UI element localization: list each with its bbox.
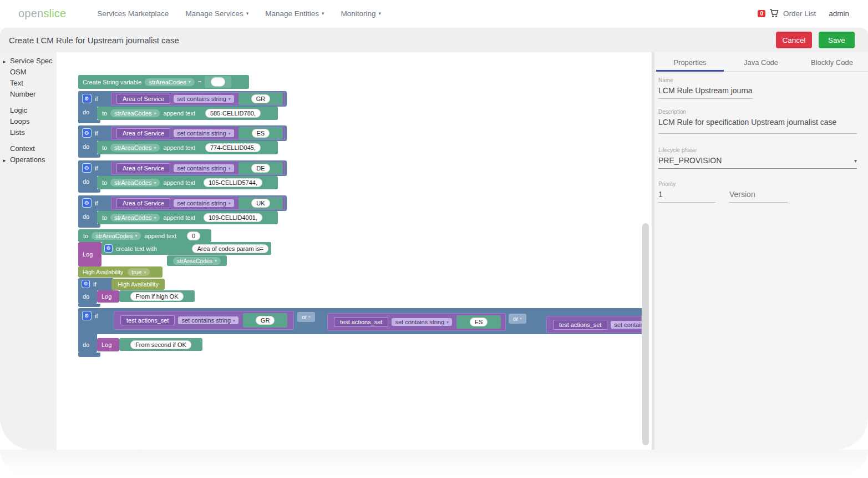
operator-dropdown[interactable]: set contains string▾ <box>174 164 234 172</box>
variable-dropdown[interactable]: strAreaCodes▾ <box>110 179 160 187</box>
variable-dropdown[interactable]: strAreaCodes▾ <box>110 214 160 222</box>
condition-block[interactable]: Area of Service set contains string▾ ES <box>111 127 285 140</box>
value-field[interactable]: UK <box>252 199 269 207</box>
toolbox-item-loops[interactable]: Loops <box>0 116 57 127</box>
variable-dropdown[interactable]: strAreaCodes▾ <box>173 257 221 265</box>
condition-block-1[interactable]: test actions_set set contains string▾ GR <box>114 311 294 330</box>
text-field-empty[interactable] <box>211 78 225 86</box>
log-block[interactable]: Log <box>78 242 101 266</box>
append-text-block[interactable]: to strAreaCodes▾ append text 585-CELLID7… <box>97 107 278 120</box>
block-if-append-gr[interactable]: ⚙ if Area of Service set contains string… <box>78 91 311 124</box>
variable-block[interactable]: strAreaCodes▾ <box>167 255 227 266</box>
block-append-zero[interactable]: to strAreaCodes▾ append text 0 <box>78 229 211 242</box>
value-field[interactable]: GR <box>256 316 275 324</box>
nav-monitoring[interactable]: Monitoring▾ <box>341 9 382 18</box>
nav-manage-entities[interactable]: Manage Entities▾ <box>265 9 324 18</box>
variable-dropdown[interactable]: strAreaCodes▾ <box>145 78 194 86</box>
text-field[interactable]: From if high OK <box>131 293 182 300</box>
condition-block[interactable]: Area of Service set contains string▾ DE <box>111 162 285 175</box>
block-create-string-variable[interactable]: Create String variable strAreaCodes▾ = <box>78 75 249 89</box>
gear-icon[interactable]: ⚙ <box>83 94 91 103</box>
openslice-logo[interactable]: openslice <box>18 7 66 20</box>
condition-block[interactable]: High Availability <box>111 279 165 290</box>
text-field[interactable]: 109-CELLID4001, <box>204 214 262 222</box>
gear-icon[interactable]: ⚙ <box>105 245 112 252</box>
value-field[interactable]: GR <box>252 95 270 103</box>
condition-block[interactable]: Area of Service set contains string▾ UK <box>111 197 285 210</box>
append-text-block[interactable]: to strAreaCodes▾ append text 774-CELLID0… <box>97 141 278 154</box>
variable-dropdown[interactable]: strAreaCodes▾ <box>110 144 160 152</box>
version-input[interactable] <box>729 189 788 203</box>
cart-icon[interactable] <box>769 9 779 18</box>
variable-dropdown[interactable]: strAreaCodes▾ <box>92 232 141 240</box>
tab-blockly-code[interactable]: Blockly Code <box>796 55 867 71</box>
gear-icon[interactable]: ⚙ <box>83 311 91 320</box>
operator-dropdown[interactable]: set contains string▾ <box>174 95 234 103</box>
boolean-dropdown[interactable]: true▾ <box>128 268 150 276</box>
condition-block[interactable]: Area of Service set contains string▾ GR <box>111 92 285 105</box>
block-high-availability-set[interactable]: High Availability true▾ <box>78 266 163 278</box>
toolbox-item-osm[interactable]: OSM <box>0 67 57 78</box>
create-text-block[interactable]: ⚙ create text with Area of codes param i… <box>101 242 271 255</box>
variable-dropdown[interactable]: strAreaCodes▾ <box>110 109 160 117</box>
block-log-create-text[interactable]: Log ⚙ create text with Area of codes par… <box>78 242 272 266</box>
tab-java-code[interactable]: Java Code <box>725 55 796 71</box>
gear-icon[interactable]: ⚙ <box>83 129 91 137</box>
text-field[interactable]: 774-CELLID045, <box>206 144 260 152</box>
gear-icon[interactable]: ⚙ <box>83 164 91 172</box>
block-if-high-availability[interactable]: ⚙ if High Availability do Log From if hi… <box>78 278 222 308</box>
text-field[interactable]: 585-CELLID780, <box>206 109 260 117</box>
nav-manage-services[interactable]: Manage Services▾ <box>185 9 248 18</box>
toolbox-item-service-spec[interactable]: ►Service Spec <box>0 56 57 67</box>
log-text-block[interactable]: From second if OK <box>119 338 202 351</box>
gear-icon[interactable]: ⚙ <box>82 280 89 288</box>
operator-dropdown[interactable]: set contains <box>611 321 642 329</box>
block-if-append-uk[interactable]: ⚙ if Area of Service set contains string… <box>78 195 311 228</box>
text-field[interactable]: 0 <box>187 232 200 240</box>
toolbox-item-lists[interactable]: Lists <box>0 127 57 138</box>
or-dropdown[interactable]: or▾ <box>297 312 315 322</box>
save-button[interactable]: Save <box>819 32 855 48</box>
nav-services-marketplace[interactable]: Services Marketplace <box>97 9 169 18</box>
description-input[interactable] <box>658 117 857 134</box>
log-keyword: Log <box>78 251 93 258</box>
value-field[interactable]: ES <box>470 318 488 326</box>
text-field[interactable]: 105-CELLID5744, <box>204 179 262 187</box>
gear-icon[interactable]: ⚙ <box>83 199 91 207</box>
value-field[interactable]: DE <box>252 164 269 172</box>
log-block[interactable]: Log <box>97 290 119 303</box>
admin-user-menu[interactable]: admin <box>829 9 849 18</box>
name-input[interactable] <box>658 85 753 99</box>
blockly-workspace[interactable]: Create String variable strAreaCodes▾ = ⚙… <box>57 52 652 450</box>
or-dropdown[interactable]: or▾ <box>509 314 526 324</box>
condition-block-3-clipped[interactable]: test actions_set set contains <box>546 316 642 333</box>
block-if-append-de[interactable]: ⚙ if Area of Service set contains string… <box>78 160 311 193</box>
toolbox-item-number[interactable]: Number <box>0 89 57 100</box>
to-keyword: to <box>102 144 107 151</box>
text-field[interactable]: From second if OK <box>131 341 191 349</box>
toolbox-item-logic[interactable]: Logic <box>0 105 57 116</box>
toolbox-item-context[interactable]: Context <box>0 143 57 154</box>
value-socket: DE <box>238 162 283 174</box>
operator-dropdown[interactable]: set contains string▾ <box>174 129 234 137</box>
block-if-append-es[interactable]: ⚙ if Area of Service set contains string… <box>78 125 311 158</box>
order-list-link[interactable]: Order List <box>783 9 816 18</box>
toolbox-item-text[interactable]: Text <box>0 78 57 89</box>
lifecycle-select[interactable]: PRE_PROVISION ▾ <box>658 155 857 169</box>
operator-dropdown[interactable]: set contains string▾ <box>178 316 238 324</box>
value-field[interactable]: ES <box>252 129 270 137</box>
cancel-button[interactable]: Cancel <box>776 32 812 48</box>
workspace-scrollbar[interactable] <box>642 223 649 445</box>
condition-block-2[interactable]: test actions_set set contains string▾ ES <box>327 313 506 331</box>
append-text-block[interactable]: to strAreaCodes▾ append text 105-CELLID5… <box>97 176 278 189</box>
tab-properties[interactable]: Properties <box>654 55 725 71</box>
block-if-test-actions[interactable]: ⚙ if test actions_set set contains strin… <box>78 308 642 362</box>
text-field[interactable]: Area of codes param is= <box>192 245 268 253</box>
operator-dropdown[interactable]: set contains string▾ <box>392 318 452 326</box>
log-block[interactable]: Log <box>97 338 119 351</box>
append-text-block[interactable]: to strAreaCodes▾ append text 109-CELLID4… <box>97 211 278 224</box>
log-text-block[interactable]: From if high OK <box>119 290 195 302</box>
operator-dropdown[interactable]: set contains string▾ <box>174 199 234 207</box>
priority-input[interactable] <box>658 189 715 203</box>
toolbox-item-operations[interactable]: ►Operations <box>0 154 57 165</box>
